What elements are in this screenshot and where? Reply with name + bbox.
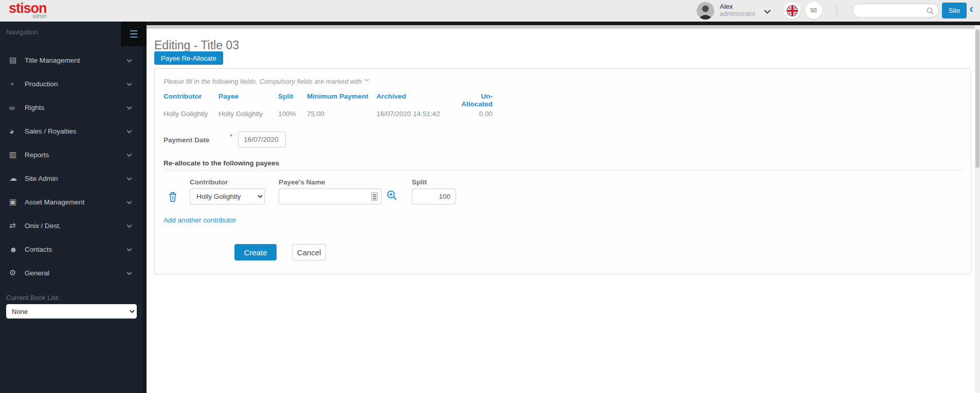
chevron-down-icon [127,105,132,110]
menu-label: General [25,269,49,277]
sidebar-menu: ▤ Title Management ◔ Production ∞ Rights… [0,48,142,285]
report-file-icon: ▥ [9,150,25,159]
menu-label: Onix / Dest. [25,222,61,230]
menu-label: Asset Management [25,198,84,206]
uk-flag-icon [787,5,798,16]
sidebar-item-contacts[interactable]: ☻ Contacts [0,237,142,261]
cell-contributor: Holly Golightly [164,110,219,118]
sidebar-item-reports[interactable]: ▥ Reports [0,143,142,166]
hamburger-icon: ☰ [129,28,138,40]
zoom-in-magnifier-icon [387,190,397,201]
avatar-photo [697,2,714,20]
content-top-gray-bar [147,25,980,29]
cell-archived: 16/07/2020 14:51:42 [376,110,452,118]
payee-name-field-label: Payee's Name [279,178,325,186]
chevron-down-icon [127,128,132,134]
reallocate-panel: Please fill in the following fields. Com… [154,68,971,275]
section-divider [164,170,963,170]
menu-label: Contacts [25,246,52,253]
search-input[interactable] [859,5,923,16]
top-header: stison admin Alex administrator ✉ [0,0,980,22]
cancel-button[interactable]: Cancel [292,244,326,260]
page-title: Editing - Title 03 [154,39,239,52]
payee-picker-icon[interactable] [371,192,378,201]
navigation-label: Navigation [6,28,38,36]
payee-name-field [279,189,382,204]
menu-label: Rights [25,104,44,111]
scrollbar-thumb[interactable] [975,29,979,168]
sidebar: Navigation ☰ ▤ Title Management ◔ Produc… [0,22,147,393]
people-icon: ☻ [9,245,25,254]
col-minimum-payment: Minimum Payment [307,92,376,108]
menu-label: Site Admin [25,175,58,182]
payment-date-label: Payment Date [164,136,209,144]
messages-button[interactable]: ✉ [805,2,822,19]
mail-envelope-icon: ✉ [810,6,817,15]
menu-label: Sales / Royalties [25,127,77,135]
user-name: Alex [720,3,755,10]
menu-label: Reports [25,151,49,159]
image-icon: ▣ [9,197,25,207]
allocation-table: Contributor Payee Split Minimum Payment … [164,92,493,118]
sidebar-item-rights[interactable]: ∞ Rights [0,96,142,119]
site-button[interactable]: Site [942,3,967,18]
chevron-down-icon [127,199,132,204]
chevron-down-icon [127,247,132,252]
current-book-list-select[interactable]: None [6,304,137,319]
payment-date-input[interactable] [238,132,286,147]
col-un-allocated: Un-Allocated [452,92,493,108]
stison-logo: stison admin [9,1,47,19]
language-flag-button[interactable] [784,2,801,19]
sidebar-item-production[interactable]: ◔ Production [0,72,142,96]
main-content: Editing - Title 03 Payee Re-Allocate Ple… [147,22,975,393]
header-collapse-chevron-left-icon[interactable]: ‹ [969,2,973,16]
compulsory-fields-note: Please fill in the following fields. Com… [164,78,371,85]
chevron-down-icon [127,176,132,181]
contributor-select[interactable]: Holly Golightly [190,189,265,204]
payee-search-button[interactable] [387,190,397,202]
exchange-arrows-icon: ⇄ [9,221,25,230]
user-info[interactable]: Alex administrator [720,3,755,17]
sidebar-item-sales-royalties[interactable]: ◕ Sales / Royalties [0,119,142,143]
trash-icon [168,191,178,202]
chevron-down-icon [127,81,132,86]
delete-row-button[interactable] [168,191,178,204]
book-icon: ▤ [9,55,25,65]
sidebar-toggle-button[interactable]: ☰ [121,22,147,46]
create-button[interactable]: Create [234,244,277,260]
required-asterisk: * [230,133,232,140]
sidebar-item-general[interactable]: ⚙ General [0,261,142,285]
chevron-down-icon [127,152,132,157]
cloud-icon: ☁ [9,174,25,183]
sidebar-item-site-admin[interactable]: ☁ Site Admin [0,166,142,190]
page-scrollbar[interactable] [975,25,980,393]
split-input[interactable] [412,189,456,204]
sidebar-item-onix-dest[interactable]: ⇄ Onix / Dest. [0,214,142,237]
sidebar-item-asset-management[interactable]: ▣ Asset Management [0,190,142,214]
menu-label: Title Management [25,57,80,64]
cell-payee: Holly Golightly [219,110,278,118]
chain-link-icon: ∞ [9,103,25,112]
pie-chart-icon: ◕ [9,127,25,136]
user-role: administrator [720,10,755,17]
add-another-contributor-link[interactable]: Add another contributor [164,216,236,224]
cell-minimum-payment: 75.00 [307,110,376,118]
payee-reallocate-button[interactable]: Payee Re-Allocate [154,51,223,65]
cell-un-allocated: 0.00 [452,110,493,118]
gauge-icon: ◔ [9,80,25,88]
col-payee: Payee [219,92,278,108]
split-field-label: Split [412,178,427,186]
col-contributor: Contributor [164,92,219,108]
header-divider [837,4,837,17]
sidebar-item-title-management[interactable]: ▤ Title Management [0,48,142,72]
search-icon[interactable] [927,7,934,15]
content-top-black-bar [147,22,980,25]
gears-icon: ⚙ [9,268,25,277]
payee-name-input[interactable] [283,191,366,202]
contributor-field-label: Contributor [190,178,228,186]
chevron-down-icon [127,58,132,63]
user-avatar[interactable] [697,2,714,20]
col-split: Split [278,92,307,108]
user-menu-chevron-down-icon[interactable] [764,7,771,14]
menu-label: Production [25,80,58,88]
